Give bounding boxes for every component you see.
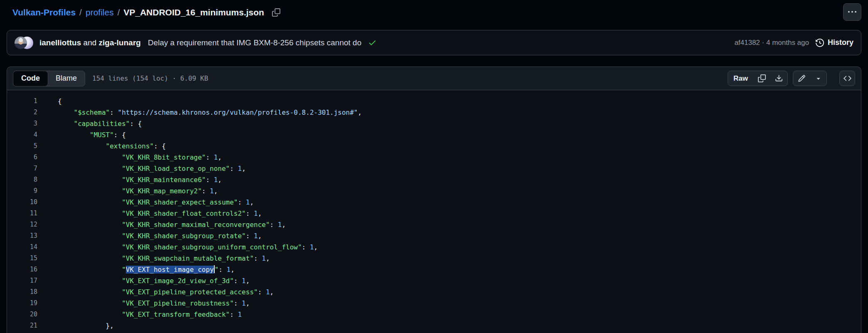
- code-line-content[interactable]: "VK_KHR_swapchain_mutable_format": 1,: [37, 253, 270, 264]
- code-token: "VK_KHR_shader_float_controls2": [122, 210, 246, 217]
- code-line: 6 "VK_KHR_8bit_storage": 1,: [7, 152, 861, 163]
- code-line-content[interactable]: "VK_EXT_host_image_copy": 1,: [37, 264, 235, 275]
- breadcrumb-separator: /: [79, 5, 82, 20]
- download-raw-button[interactable]: [770, 71, 787, 86]
- code-line-content[interactable]: "extensions": {: [37, 141, 166, 152]
- code-token: : {: [154, 142, 166, 150]
- code-line: 12 "VK_KHR_shader_maximal_reconvergence"…: [7, 219, 861, 230]
- breadcrumb-repo-link[interactable]: Vulkan-Profiles: [12, 5, 76, 20]
- line-number[interactable]: 1: [7, 96, 37, 107]
- code-line-content[interactable]: "VK_KHR_shader_float_controls2": 1,: [37, 208, 262, 219]
- commit-coauthor-link[interactable]: ziga-lunarg: [99, 38, 141, 47]
- line-number[interactable]: 17: [7, 275, 37, 286]
- line-number[interactable]: 14: [7, 242, 37, 253]
- line-number[interactable]: 11: [7, 208, 37, 219]
- edit-dropdown-button[interactable]: [810, 71, 826, 86]
- code-line-content[interactable]: "VK_KHR_shader_expect_assume": 1,: [37, 197, 254, 208]
- line-number[interactable]: 12: [7, 219, 37, 230]
- line-number[interactable]: 6: [7, 152, 37, 163]
- download-icon: [775, 74, 783, 82]
- code-line: 14 "VK_KHR_shader_subgroup_uniform_contr…: [7, 242, 861, 253]
- code-line-content[interactable]: "MUST": {: [37, 129, 126, 141]
- line-number[interactable]: 20: [7, 309, 37, 320]
- code-token: },: [58, 322, 114, 330]
- code-line-content[interactable]: "VK_KHR_maintenance6": 1,: [37, 174, 222, 185]
- breadcrumb: Vulkan-Profiles / profiles / VP_ANDROID_…: [12, 5, 280, 20]
- line-number[interactable]: 15: [7, 253, 37, 264]
- code-line-content[interactable]: "VK_EXT_pipeline_protected_access": 1,: [37, 286, 274, 298]
- code-line-content[interactable]: "VK_EXT_transform_feedback": 1: [37, 309, 242, 320]
- line-number[interactable]: 10: [7, 197, 37, 208]
- line-number[interactable]: 9: [7, 185, 37, 197]
- code-token: ,: [266, 254, 270, 262]
- code-line-content[interactable]: "VK_EXT_image_2d_view_of_3d": 1,: [37, 275, 250, 286]
- code-line-content[interactable]: "VK_KHR_load_store_op_none": 1,: [37, 163, 246, 174]
- code-token: [58, 288, 122, 296]
- avatar-ianelliottus[interactable]: [15, 37, 27, 49]
- copy-raw-content-button[interactable]: [753, 71, 770, 86]
- code-token: ,: [218, 153, 222, 161]
- code-token: [58, 210, 122, 217]
- code-line: 15 "VK_KHR_swapchain_mutable_format": 1,: [7, 253, 861, 264]
- copy-path-button[interactable]: [272, 8, 280, 17]
- copy-icon: [758, 74, 766, 82]
- code-line: 10 "VK_KHR_shader_expect_assume": 1,: [7, 197, 861, 208]
- line-number[interactable]: 21: [7, 320, 37, 331]
- code-line: 21 },: [7, 320, 861, 331]
- commit-author-link[interactable]: ianelliottus: [39, 38, 81, 47]
- code-token: ,: [270, 288, 274, 296]
- tab-blame[interactable]: Blame: [48, 71, 85, 86]
- line-number[interactable]: 13: [7, 230, 37, 242]
- symbols-panel-button[interactable]: [839, 71, 855, 86]
- code-token: {: [58, 97, 62, 105]
- code-token: :: [206, 153, 213, 161]
- code-line-content[interactable]: "VK_KHR_map_memory2": 1,: [37, 185, 218, 197]
- check-icon: [368, 38, 377, 47]
- code-token: 1: [238, 165, 242, 173]
- code-line-content[interactable]: "VK_KHR_shader_maximal_reconvergence": 1…: [37, 219, 286, 230]
- code-line: 8 "VK_KHR_maintenance6": 1,: [7, 174, 861, 185]
- code-token: :: [234, 299, 242, 307]
- file-header-actions: Raw: [728, 71, 855, 86]
- code-token: "VK_KHR_8bit_storage": [122, 153, 206, 161]
- meta-dot-separator: ·: [762, 39, 765, 47]
- line-number[interactable]: 18: [7, 286, 37, 298]
- line-number[interactable]: 16: [7, 264, 37, 275]
- line-number[interactable]: 2: [7, 107, 37, 118]
- line-number[interactable]: 3: [7, 118, 37, 129]
- line-number[interactable]: 7: [7, 163, 37, 174]
- code-token: ,: [242, 165, 246, 173]
- line-number[interactable]: 5: [7, 141, 37, 152]
- code-token: "VK_EXT_image_2d_view_of_3d": [122, 277, 234, 285]
- line-number[interactable]: 8: [7, 174, 37, 185]
- code-token: ,: [258, 210, 262, 217]
- code-token: :: [246, 232, 254, 240]
- code-line-content[interactable]: "VK_KHR_shader_subgroup_uniform_control_…: [37, 242, 318, 253]
- commit-message-link[interactable]: Delay a requirement that IMG BXM-8-256 c…: [148, 38, 361, 47]
- code-line-content[interactable]: "capabilities": {: [37, 118, 142, 129]
- code-line-content[interactable]: "VK_KHR_shader_subgroup_rotate": 1,: [37, 230, 262, 242]
- breadcrumb-folder-link[interactable]: profiles: [86, 5, 114, 20]
- code-line-content[interactable]: {: [37, 96, 62, 107]
- file-options-kebab-button[interactable]: [843, 3, 861, 21]
- code-line-content[interactable]: "VK_EXT_pipeline_robustness": 1,: [37, 298, 250, 309]
- history-button[interactable]: History: [816, 38, 853, 47]
- line-number[interactable]: 19: [7, 298, 37, 309]
- raw-copy-download-group: Raw: [728, 71, 788, 86]
- code-token: ,: [246, 277, 250, 285]
- code-line-content[interactable]: },: [37, 320, 114, 331]
- line-number[interactable]: 4: [7, 129, 37, 141]
- code-token: [58, 187, 122, 195]
- code-token: "VK_KHR_shader_subgroup_uniform_control_…: [122, 243, 302, 251]
- code-token: 1: [254, 232, 258, 240]
- code-line-content[interactable]: "$schema": "https://schema.khronos.org/v…: [37, 107, 362, 118]
- file-header-toolbar: Code Blame 154 lines (154 loc) · 6.09 KB…: [7, 67, 861, 90]
- code-token: 1: [242, 299, 246, 307]
- edit-file-button[interactable]: [793, 71, 810, 86]
- tab-code[interactable]: Code: [13, 71, 48, 86]
- commit-status-check[interactable]: [368, 38, 377, 47]
- code-line: 9 "VK_KHR_map_memory2": 1,: [7, 185, 861, 197]
- raw-button[interactable]: Raw: [728, 71, 753, 86]
- code-line-content[interactable]: "VK_KHR_8bit_storage": 1,: [37, 152, 222, 163]
- commit-sha-link[interactable]: af41382: [734, 39, 760, 47]
